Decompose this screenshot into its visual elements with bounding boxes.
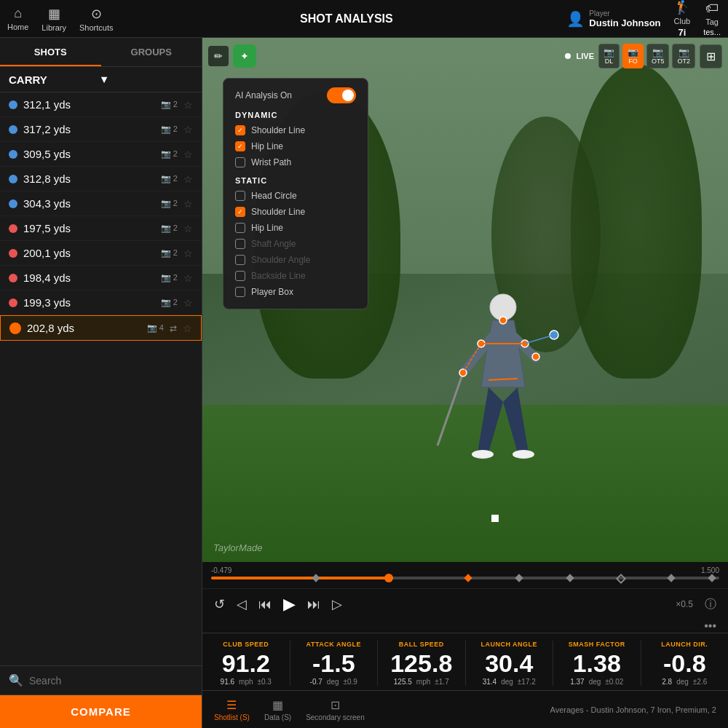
shot-star[interactable]: ☆ — [183, 99, 193, 111]
data-label: Data (S) — [264, 713, 291, 721]
stat-sub-val: 2.8 — [662, 678, 672, 686]
nav-shortcuts[interactable]: ⊙ Shortcuts — [79, 6, 113, 32]
ai-analysis-button[interactable]: ✦ — [233, 44, 256, 68]
skip-back-button[interactable]: ⏮ — [258, 597, 272, 612]
stat-sub-val: 91.6 — [221, 678, 234, 686]
nav-library[interactable]: ▦ Library — [41, 6, 66, 32]
tab-shots[interactable]: SHOTS — [0, 38, 101, 66]
shot-star[interactable]: ☆ — [183, 198, 193, 210]
nav-home[interactable]: ⌂ Home — [7, 6, 28, 31]
ai-option-hip-line-dyn[interactable]: Hip Line — [235, 138, 356, 154]
svg-point-10 — [532, 353, 539, 360]
play-button[interactable]: ▶ — [283, 595, 296, 614]
player-info[interactable]: 👤 Player Dustin Johnson — [566, 9, 660, 28]
shot-yds: 309,5 yds — [23, 148, 155, 160]
shot-item[interactable]: 202,8 yds 📷 4 ⇄ ☆ — [0, 315, 202, 341]
carry-dropdown[interactable]: CARRY ▾ — [0, 67, 202, 92]
shot-star[interactable]: ☆ — [183, 223, 193, 234]
nav-home-label: Home — [7, 23, 28, 31]
search-icon: 🔍 — [9, 673, 23, 687]
checkbox-backside — [235, 271, 245, 281]
tag-info[interactable]: 🏷 Tag tes... — [703, 1, 721, 36]
cam-ot2[interactable]: 📷 OT2 — [672, 44, 695, 68]
shot-star[interactable]: ☆ — [183, 272, 193, 284]
shot-star[interactable]: ☆ — [183, 297, 193, 309]
shot-cam: 📷 2 — [161, 174, 178, 183]
edit-button[interactable]: ✏ — [208, 46, 229, 66]
cam-ot5[interactable]: 📷 OT5 — [646, 44, 670, 68]
tag-label: Tag — [705, 17, 719, 26]
stat-item: LAUNCH DIR. -0.8 2.8 deg ±2.6 — [641, 641, 729, 686]
replay-button[interactable]: ↺ — [214, 596, 225, 612]
shot-yds: 199,3 yds — [23, 296, 155, 309]
skip-forward-button[interactable]: ⏭ — [307, 597, 320, 612]
stat-label: SMASH FACTOR — [569, 641, 625, 648]
ai-analysis-popup: AI Analysis On DYNAMIC Shoulder Line Hip… — [223, 78, 368, 309]
step-forward-button[interactable]: ▷ — [332, 596, 342, 612]
compare-button[interactable]: COMPARE — [0, 695, 202, 728]
ai-option-hip-line-stat[interactable]: Hip Line — [235, 220, 356, 236]
checkbox-player-box — [235, 287, 245, 297]
player-box-label: Player Box — [251, 287, 293, 297]
scrubber-track[interactable] — [211, 577, 719, 579]
static-section-title: STATIC — [235, 176, 356, 185]
shot-cam: 📷 2 — [161, 124, 178, 134]
shot-cam: 📷 2 — [161, 100, 178, 109]
stat-value: -1.5 — [312, 651, 355, 676]
stat-sub: 31.4 deg ±17.2 — [483, 678, 536, 686]
club-info[interactable]: 🏌 Club 7i — [674, 0, 691, 38]
backside-line-label: Backside Line — [251, 271, 306, 281]
shot-item[interactable]: 312,8 yds 📷 2 ☆ — [0, 167, 202, 191]
carry-label: CARRY — [9, 74, 101, 86]
stat-deviation: ±0.02 — [605, 678, 623, 686]
page-title: SHOT ANALYSIS — [126, 12, 566, 25]
shot-star[interactable]: ☆ — [183, 149, 193, 160]
ai-option-wrist-path[interactable]: Wrist Path — [235, 154, 356, 170]
shot-dot — [9, 298, 17, 307]
shot-item[interactable]: 199,3 yds 📷 2 ☆ — [0, 290, 202, 315]
cam-dl[interactable]: 📷 DL — [598, 44, 620, 68]
stat-value: 1.38 — [573, 651, 621, 676]
shot-item[interactable]: 312,1 yds 📷 2 ☆ — [0, 92, 202, 117]
shot-item[interactable]: 200,1 yds 📷 2 ☆ — [0, 241, 202, 266]
ai-option-player-box[interactable]: Player Box — [235, 284, 356, 300]
camera-buttons: 📷 DL 📷 FO 📷 OT5 📷 OT2 — [598, 44, 695, 68]
bottom-nav-shotlist[interactable]: ☰ Shotlist (S) — [214, 698, 250, 721]
shot-item[interactable]: 309,5 yds 📷 2 ☆ — [0, 142, 202, 167]
playback-controls: ↺ ◁ ⏮ ▶ ⏭ ▷ ×0.5 ⓘ — [202, 588, 728, 620]
shot-star[interactable]: ☆ — [183, 124, 193, 135]
shot-star[interactable]: ☆ — [183, 323, 192, 334]
ai-option-shoulder-line-dyn[interactable]: Shoulder Line — [235, 122, 356, 138]
grid-view-button[interactable]: ⊞ — [700, 44, 722, 68]
shot-dot — [9, 199, 17, 208]
checkbox-wrist — [235, 157, 245, 167]
more-options-icon[interactable]: ••• — [704, 620, 716, 633]
stat-unit: deg — [501, 678, 513, 686]
shot-star[interactable]: ☆ — [183, 248, 193, 259]
search-input[interactable] — [29, 675, 193, 687]
scrubber-thumb[interactable] — [384, 574, 393, 582]
nav-right-section: 👤 Player Dustin Johnson 🏌 Club 7i 🏷 Tag … — [566, 0, 721, 38]
stat-sub-val: 125.5 — [394, 678, 412, 686]
shot-item[interactable]: 197,5 yds 📷 2 ☆ — [0, 216, 202, 241]
player-label: Player — [589, 9, 660, 17]
shot-item[interactable]: 304,3 yds 📷 2 ☆ — [0, 191, 202, 216]
shot-star[interactable]: ☆ — [183, 173, 193, 185]
ai-option-shoulder-line-stat[interactable]: Shoulder Line — [235, 204, 356, 220]
cam-fo[interactable]: 📷 FO — [622, 44, 644, 68]
ai-option-head-circle[interactable]: Head Circle — [235, 188, 356, 204]
shot-item[interactable]: 198,4 yds 📷 2 ☆ — [0, 266, 202, 290]
head-circle-label: Head Circle — [251, 191, 297, 201]
info-icon[interactable]: ⓘ — [705, 597, 716, 612]
ai-toggle-switch[interactable] — [327, 87, 356, 103]
step-back-button[interactable]: ◁ — [237, 596, 247, 612]
stat-sub: 91.6 mph ±0.3 — [221, 678, 272, 686]
shot-item[interactable]: 317,2 yds 📷 2 ☆ — [0, 117, 202, 142]
svg-point-5 — [513, 450, 534, 459]
bottom-nav-data[interactable]: ▦ Data (S) — [264, 698, 291, 721]
tab-groups[interactable]: GROUPS — [101, 38, 202, 66]
stat-sub: 1.37 deg ±0.02 — [570, 678, 623, 686]
stat-unit: deg — [589, 678, 601, 686]
bottom-nav-secondary[interactable]: ⊡ Secondary screen — [306, 698, 365, 721]
library-icon: ▦ — [48, 6, 60, 22]
